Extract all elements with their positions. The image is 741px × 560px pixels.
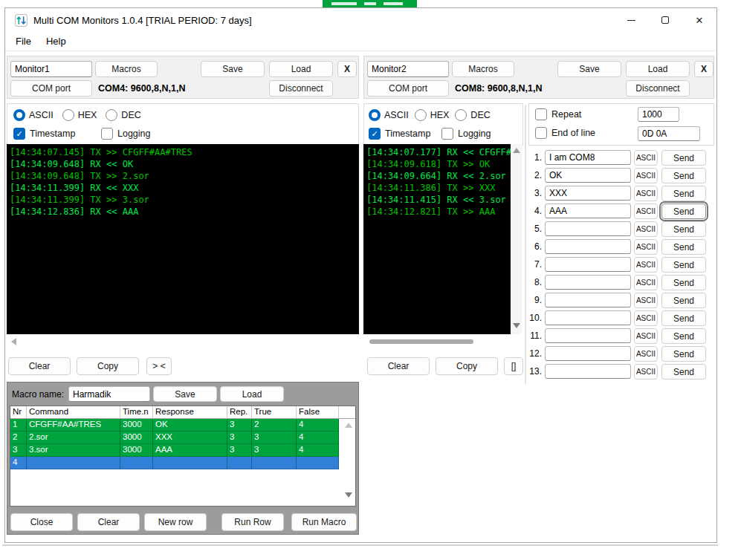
send-button[interactable]: Send [661, 221, 706, 237]
send-text-input[interactable] [545, 293, 631, 307]
send-button[interactable]: Send [661, 204, 706, 219]
send-text-input[interactable] [545, 204, 631, 218]
send-text-input[interactable] [545, 328, 631, 343]
monitor1-wrap-button[interactable]: > < [146, 357, 172, 375]
macro-save-button[interactable]: Save [153, 386, 217, 402]
monitor1-radio-ascii[interactable]: ASCII [13, 109, 54, 121]
monitor1-radio-dec[interactable]: DEC [106, 109, 140, 121]
macro-new-row-button[interactable]: New row [144, 513, 207, 531]
send-text-input[interactable] [545, 186, 631, 201]
monitor2-timestamp-checkbox[interactable]: ✓ Timestamp [369, 128, 430, 140]
macro-clear-button[interactable]: Clear [77, 513, 140, 531]
macro-run-row-button[interactable]: Run Row [221, 513, 284, 531]
send-text-input[interactable] [545, 364, 631, 379]
send-text-input[interactable] [545, 257, 631, 272]
ascii-mode-button[interactable]: ASCII [634, 150, 658, 166]
menu-file[interactable]: File [8, 33, 39, 49]
send-button[interactable]: Send [661, 364, 706, 380]
macro-table-row[interactable]: 33.sor3000AAA334 [10, 444, 339, 457]
send-text-input[interactable] [545, 275, 631, 290]
monitor2-disconnect-button[interactable]: Disconnect [626, 80, 690, 97]
monitor1-radio-hex[interactable]: HEX [62, 109, 97, 121]
monitor1-macros-button[interactable]: Macros [95, 61, 158, 77]
repeat-checkbox[interactable]: Repeat [535, 108, 581, 120]
send-button[interactable]: Send [661, 275, 706, 290]
monitor2-save-button[interactable]: Save [557, 61, 621, 77]
scroll-down-icon[interactable] [513, 323, 520, 328]
monitor2-terminal[interactable]: [14:34:07.177] RX << CFGFF#A[14:34:09.61… [363, 144, 511, 334]
end-of-line-input[interactable] [638, 126, 700, 141]
monitor1-disconnect-button[interactable]: Disconnect [269, 80, 333, 97]
monitor1-copy-button[interactable]: Copy [77, 357, 139, 375]
send-button[interactable]: Send [661, 310, 706, 326]
send-text-input[interactable] [545, 221, 631, 236]
macro-load-button[interactable]: Load [220, 386, 284, 402]
macro-run-macro-button[interactable]: Run Macro [291, 513, 357, 531]
monitor1-load-button[interactable]: Load [269, 61, 333, 77]
ascii-mode-button[interactable]: ASCII [634, 310, 658, 326]
monitor1-hscroll-left-icon[interactable] [11, 338, 16, 345]
monitor1-clear-button[interactable]: Clear [8, 357, 71, 375]
macro-table-row[interactable]: 1CFGFF#AA#TRES3000OK324 [10, 419, 339, 432]
monitor1-terminal[interactable]: [14:34:07.145] TX >> CFGFF#AA#TRES[14:34… [7, 144, 359, 334]
monitor1-logging-checkbox[interactable]: Logging [101, 128, 151, 140]
send-button[interactable]: Send [661, 186, 706, 201]
macro-name-input[interactable] [68, 386, 150, 402]
send-button[interactable]: Send [661, 328, 706, 344]
ascii-mode-button[interactable]: ASCII [634, 239, 658, 255]
monitor2-wrap-button[interactable]: [] [504, 357, 523, 375]
monitor2-radio-dec[interactable]: DEC [455, 109, 490, 121]
monitor2-radio-ascii[interactable]: ASCII [369, 109, 409, 121]
menu-help[interactable]: Help [39, 33, 74, 49]
ascii-mode-button[interactable]: ASCII [634, 346, 658, 362]
monitor2-close-button[interactable]: X [694, 61, 714, 77]
monitor2-macros-button[interactable]: Macros [452, 61, 514, 77]
monitor1-save-button[interactable]: Save [201, 61, 265, 77]
end-of-line-checkbox[interactable]: End of line [535, 127, 595, 139]
scroll-up-icon[interactable] [513, 148, 520, 153]
ascii-mode-button[interactable]: ASCII [634, 168, 658, 183]
table-scroll-up-icon[interactable] [345, 423, 352, 428]
monitor2-terminal-scrollbar[interactable] [511, 144, 522, 334]
close-button[interactable]: ✕ [682, 8, 716, 32]
monitor1-close-button[interactable]: X [337, 61, 357, 77]
monitor1-timestamp-checkbox[interactable]: ✓ Timestamp [13, 128, 75, 140]
ascii-mode-button[interactable]: ASCII [634, 364, 658, 380]
send-text-input[interactable] [545, 239, 631, 254]
ascii-mode-button[interactable]: ASCII [634, 257, 658, 273]
ascii-mode-button[interactable]: ASCII [634, 204, 658, 219]
send-button[interactable]: Send [661, 293, 706, 308]
send-button[interactable]: Send [661, 257, 706, 273]
monitor2-clear-button[interactable]: Clear [367, 357, 430, 375]
monitor2-logging-checkbox[interactable]: Logging [441, 128, 491, 140]
maximize-button[interactable] [648, 8, 682, 32]
macro-table-row[interactable]: 22.sor3000XXX334 [10, 432, 339, 444]
send-text-input[interactable] [545, 346, 631, 361]
send-button[interactable]: Send [661, 150, 706, 166]
send-button[interactable]: Send [661, 346, 706, 362]
monitor2-radio-hex[interactable]: HEX [415, 109, 450, 121]
monitor1-name-input[interactable] [10, 61, 92, 77]
macro-close-button[interactable]: Close [10, 513, 73, 531]
ascii-mode-button[interactable]: ASCII [634, 328, 658, 344]
send-text-input[interactable] [545, 150, 631, 165]
monitor2-load-button[interactable]: Load [626, 61, 690, 77]
send-button[interactable]: Send [661, 168, 706, 183]
ascii-mode-button[interactable]: ASCII [634, 186, 658, 201]
send-text-input[interactable] [545, 168, 631, 183]
macro-table-row[interactable]: 4 [10, 457, 339, 469]
monitor2-com-port-button[interactable]: COM port [367, 80, 449, 97]
ascii-mode-button[interactable]: ASCII [634, 293, 658, 308]
monitor2-name-input[interactable] [367, 61, 449, 77]
table-scroll-down-icon[interactable] [345, 492, 352, 498]
monitor2-hscroll-thumb[interactable] [369, 339, 473, 344]
ascii-mode-button[interactable]: ASCII [634, 275, 658, 290]
send-text-input[interactable] [545, 310, 631, 325]
ascii-mode-button[interactable]: ASCII [634, 221, 658, 237]
panel-splitter[interactable] [525, 105, 526, 384]
minimize-button[interactable] [614, 8, 648, 32]
repeat-interval-input[interactable] [638, 107, 679, 122]
monitor2-copy-button[interactable]: Copy [436, 357, 498, 375]
send-button[interactable]: Send [661, 239, 706, 255]
monitor1-com-port-button[interactable]: COM port [10, 80, 92, 97]
